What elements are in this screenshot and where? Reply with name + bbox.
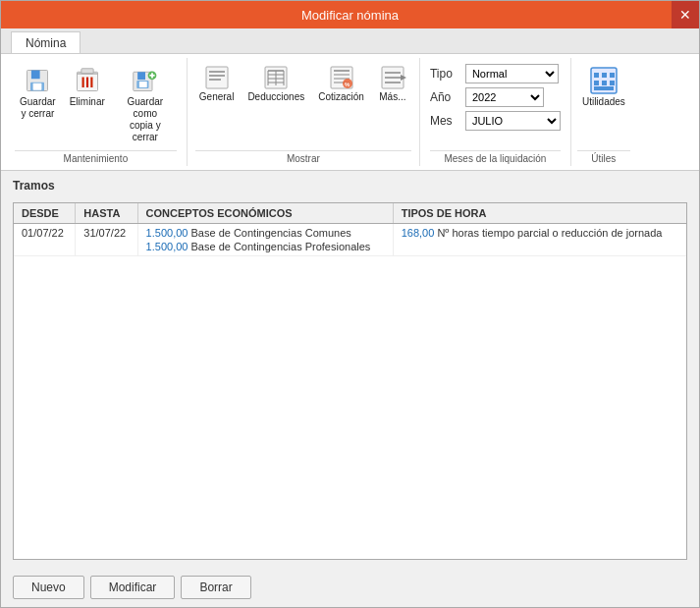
- nuevo-button[interactable]: Nuevo: [13, 576, 84, 599]
- mes-row: Mes ENEROFEBREROMARZO ABRILMAYOJUNIO JUL…: [430, 111, 561, 131]
- bottom-bar: Nuevo Modificar Borrar: [1, 568, 699, 607]
- concepto-2-label: Base de Contingencias Profesionales: [191, 241, 371, 252]
- cell-conceptos: 1.500,00 Base de Contingencias Comunes 1…: [137, 224, 393, 256]
- tramos-table: DESDE HASTA CONCEPTOS ECONÓMICOS TIPOS D…: [14, 203, 686, 256]
- eliminar-button[interactable]: Eliminar: [65, 62, 110, 111]
- deducciones-icon: [262, 64, 290, 91]
- svg-rect-46: [610, 73, 615, 78]
- col-tipos: TIPOS DE HORA: [393, 203, 686, 224]
- modificar-button[interactable]: Modificar: [90, 576, 176, 599]
- close-button[interactable]: ✕: [672, 1, 699, 28]
- ribbon-group-utiles: Utilidades Útiles: [571, 58, 636, 166]
- utiles-buttons: Utilidades: [577, 58, 630, 146]
- svg-rect-1: [31, 71, 40, 80]
- cell-tipos: 168,00 Nº horas tiempo parcial o reducci…: [393, 224, 686, 256]
- concepto-2-value: 1.500,00: [146, 241, 188, 252]
- svg-rect-11: [137, 72, 145, 80]
- tipo-label: Tipo: [430, 67, 459, 81]
- cotizacion-label: Cotización: [318, 91, 364, 103]
- section-title: Tramos: [13, 179, 687, 193]
- mes-label: Mes: [430, 114, 459, 128]
- tipo-1: 168,00 Nº horas tiempo parcial o reducci…: [402, 227, 678, 239]
- utilidades-icon: [588, 65, 619, 96]
- ribbon-group-mostrar: General: [188, 58, 420, 166]
- meses-controls: Tipo Normal Extraordinaria Año 2021 2022…: [430, 58, 561, 146]
- cotizacion-button[interactable]: % Cotización: [314, 62, 368, 105]
- table-container: DESDE HASTA CONCEPTOS ECONÓMICOS TIPOS D…: [13, 202, 687, 560]
- title-bar: Modificar nómina ✕: [1, 1, 699, 28]
- svg-rect-47: [610, 81, 615, 85]
- svg-rect-13: [139, 82, 147, 87]
- mantenimiento-label: Mantenimiento: [15, 150, 177, 166]
- tab-bar: Nómina: [1, 28, 699, 54]
- concepto-2: 1.500,00 Base de Contingencias Profesion…: [146, 241, 385, 252]
- anio-row: Año 2021 2022 2023: [430, 87, 561, 107]
- utilidades-button[interactable]: Utilidades: [577, 62, 630, 111]
- tipo-1-label: Nº horas tiempo parcial o reducción de j…: [437, 227, 662, 239]
- cell-desde: 01/07/22: [14, 224, 76, 256]
- general-icon: [203, 64, 231, 91]
- concepto-1: 1.500,00 Base de Contingencias Comunes: [146, 227, 385, 239]
- tipo-1-value: 168,00: [402, 227, 435, 239]
- general-label: General: [199, 91, 235, 103]
- window-title: Modificar nómina: [301, 8, 399, 23]
- svg-rect-48: [594, 86, 614, 90]
- close-icon: ✕: [679, 7, 691, 23]
- svg-rect-5: [81, 69, 93, 74]
- mas-button[interactable]: Más...: [374, 62, 411, 105]
- tipo-row: Tipo Normal Extraordinaria: [430, 64, 561, 83]
- guardar-button[interactable]: Guardar y cerrar: [15, 62, 61, 123]
- concepto-1-label: Base de Contingencias Comunes: [191, 227, 351, 239]
- ribbon-group-meses: Tipo Normal Extraordinaria Año 2021 2022…: [420, 58, 571, 166]
- tipo-select[interactable]: Normal Extraordinaria: [465, 64, 559, 83]
- meses-label: Meses de la liquidación: [430, 150, 561, 166]
- table-header-row: DESDE HASTA CONCEPTOS ECONÓMICOS TIPOS D…: [14, 203, 686, 224]
- cotizacion-icon: %: [328, 64, 355, 91]
- deducciones-button[interactable]: Deducciones: [243, 62, 308, 105]
- utilidades-label: Utilidades: [582, 96, 625, 108]
- borrar-button[interactable]: Borrar: [181, 576, 250, 599]
- cell-hasta: 31/07/22: [76, 224, 137, 256]
- svg-rect-17: [206, 67, 228, 88]
- col-conceptos: CONCEPTOS ECONÓMICOS: [137, 203, 393, 224]
- mes-select[interactable]: ENEROFEBREROMARZO ABRILMAYOJUNIO JULIOAG…: [465, 111, 561, 131]
- guardar-label: Guardar y cerrar: [20, 96, 56, 120]
- svg-rect-42: [594, 73, 599, 78]
- general-button[interactable]: General: [195, 62, 239, 105]
- svg-rect-45: [602, 81, 607, 85]
- eliminar-icon: [72, 65, 103, 96]
- svg-rect-3: [33, 83, 42, 90]
- svg-rect-44: [602, 73, 607, 78]
- guardar-copia-button[interactable]: Guardar como copia y cerrar: [114, 62, 177, 146]
- mas-icon: [379, 64, 406, 91]
- guardar-icon: [22, 65, 53, 96]
- mantenimiento-buttons: Guardar y cerrar Eliminar: [15, 58, 177, 146]
- mostrar-label: Mostrar: [195, 150, 411, 166]
- concepto-1-value: 1.500,00: [146, 227, 188, 239]
- anio-select[interactable]: 2021 2022 2023: [465, 87, 544, 107]
- main-window: Modificar nómina ✕ Nómina: [0, 0, 700, 608]
- mas-label: Más...: [379, 91, 405, 103]
- conceptos-multi: 1.500,00 Base de Contingencias Comunes 1…: [146, 227, 385, 252]
- main-content: Tramos DESDE HASTA CONCEPTOS ECONÓMICOS …: [1, 171, 699, 568]
- col-hasta: HASTA: [76, 203, 137, 224]
- tab-nomina-label: Nómina: [26, 36, 66, 50]
- col-desde: DESDE: [14, 203, 76, 224]
- ribbon: Guardar y cerrar Eliminar: [1, 54, 699, 171]
- deducciones-label: Deducciones: [247, 91, 304, 103]
- svg-rect-43: [594, 81, 599, 85]
- table-row[interactable]: 01/07/22 31/07/22 1.500,00 Base de Conti…: [14, 224, 686, 256]
- tab-nomina[interactable]: Nómina: [11, 31, 81, 53]
- eliminar-label: Eliminar: [70, 96, 105, 108]
- mostrar-buttons: General: [195, 58, 411, 146]
- tipos-multi: 168,00 Nº horas tiempo parcial o reducci…: [402, 227, 678, 239]
- svg-text:%: %: [345, 82, 350, 87]
- anio-label: Año: [430, 90, 459, 104]
- utiles-label: Útiles: [577, 150, 630, 166]
- guardar-copia-icon: [130, 65, 161, 96]
- guardar-copia-label: Guardar como copia y cerrar: [119, 96, 172, 143]
- ribbon-group-mantenimiento: Guardar y cerrar Eliminar: [9, 58, 188, 166]
